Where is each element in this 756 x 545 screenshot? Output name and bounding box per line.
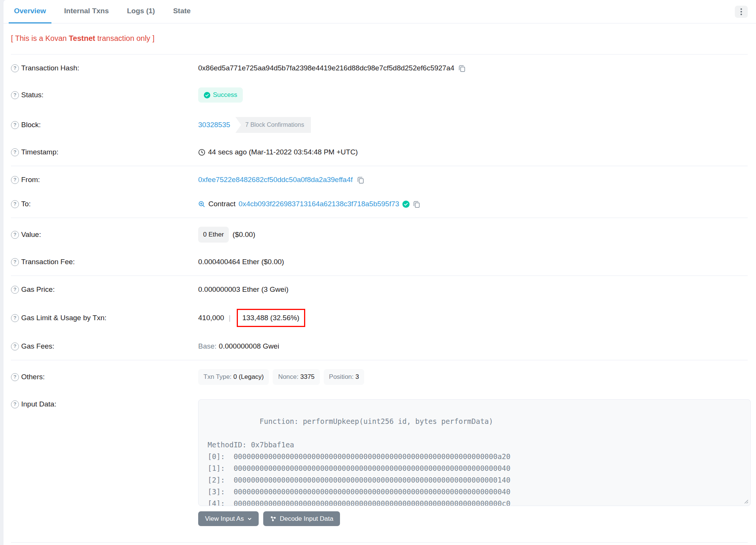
position-badge: Position: 3 <box>324 369 364 385</box>
block-label: Block: <box>21 120 41 130</box>
base-fee-label: Base: <box>198 341 217 351</box>
txn-type-value: 0 (Legacy) <box>233 373 264 380</box>
row-gas-limit-usage: ? Gas Limit & Usage by Txn: 410,000 | 13… <box>11 302 748 334</box>
block-confirmations-badge: 7 Block Confirmations <box>236 117 311 133</box>
chevron-down-icon <box>247 517 252 521</box>
view-input-as-button[interactable]: View Input As <box>198 511 259 526</box>
tab-bar: Overview Internal Txns Logs (1) State <box>3 0 756 23</box>
help-icon[interactable]: ? <box>11 400 19 408</box>
resize-handle-icon[interactable] <box>744 499 748 504</box>
ether-value-badge: 0 Ether <box>198 227 229 243</box>
to-label: To: <box>21 199 31 209</box>
help-icon[interactable]: ? <box>11 121 19 129</box>
gas-price-value: 0.000000003 Ether (3 Gwei) <box>198 285 289 294</box>
to-address-link[interactable]: 0x4cb093f226983713164a62138c3f718a5b595f… <box>239 199 399 209</box>
testnet-warning: [ This is a Kovan Testnet transaction on… <box>3 23 756 54</box>
tab-overview[interactable]: Overview <box>9 0 51 23</box>
others-label: Others: <box>21 372 45 382</box>
help-icon[interactable]: ? <box>11 231 19 239</box>
nonce-value: 3375 <box>300 373 315 380</box>
txn-type-key: Txn Type: <box>203 373 233 380</box>
copy-icon <box>413 200 421 208</box>
help-icon[interactable]: ? <box>11 148 19 156</box>
gas-usage-value: 133,488 (32.56%) <box>242 314 300 322</box>
help-icon[interactable]: ? <box>11 373 19 381</box>
help-icon[interactable]: ? <box>11 200 19 208</box>
zoom-in-icon[interactable] <box>198 201 205 208</box>
bottom-divider <box>11 542 748 545</box>
warning-text-bold: Testnet <box>69 34 95 42</box>
decode-input-data-button[interactable]: Decode Input Data <box>263 511 340 526</box>
row-gas-price: ? Gas Price: 0.000000003 Ether (3 Gwei) <box>11 277 748 302</box>
usd-value: ($0.00) <box>233 230 255 240</box>
transaction-hash-label: Transaction Hash: <box>21 63 79 73</box>
check-circle-icon <box>204 92 210 98</box>
input-data-content: Function: performUpkeep(uint256 id, byte… <box>208 417 511 506</box>
row-timestamp: ? Timestamp: 44 secs ago (Mar-11-2022 03… <box>11 140 748 164</box>
timestamp-value: 44 secs ago (Mar-11-2022 03:54:48 PM +UT… <box>208 147 358 157</box>
row-value: ? Value: 0 Ether ($0.00) <box>11 220 748 250</box>
help-icon[interactable]: ? <box>11 176 19 184</box>
input-data-textarea[interactable]: Function: performUpkeep(uint256 id, byte… <box>198 399 751 506</box>
more-options-button[interactable] <box>735 6 748 18</box>
row-to: ? To: Contract 0x4cb093f226983713164a621… <box>11 192 748 216</box>
help-icon[interactable]: ? <box>11 286 19 294</box>
transaction-fee-label: Transaction Fee: <box>21 257 75 267</box>
transaction-hash-value: 0x86ed5a771e725aa94d5b7fa2398e4419e216d8… <box>198 63 454 73</box>
gas-limit-label: Gas Limit & Usage by Txn: <box>21 313 107 323</box>
status-value: Success <box>213 90 237 100</box>
warning-text-prefix: [ This is a Kovan <box>11 34 69 42</box>
copy-icon <box>458 64 466 72</box>
vertical-ellipsis-icon <box>740 8 742 10</box>
help-icon[interactable]: ? <box>11 258 19 266</box>
section-others-input: ? Others: Txn Type: 0 (Legacy) Nonce: 33… <box>11 360 748 535</box>
row-status: ? Status: Success <box>11 80 748 110</box>
input-data-label: Input Data: <box>21 399 56 409</box>
copy-icon <box>357 176 365 184</box>
transaction-card: Overview Internal Txns Logs (1) State [ … <box>3 0 756 545</box>
copy-from-address-button[interactable] <box>357 176 365 184</box>
transaction-fee-value: 0.000400464 Ether ($0.00) <box>198 257 284 267</box>
base-fee-value: 0.000000008 Gwei <box>219 341 279 351</box>
help-icon[interactable]: ? <box>11 343 19 350</box>
value-label: Value: <box>21 230 41 240</box>
decode-input-data-label: Decode Input Data <box>280 515 334 523</box>
gas-fees-label: Gas Fees: <box>21 341 54 351</box>
copy-hash-button[interactable] <box>458 64 466 72</box>
row-input-data: ? Input Data: Function: performUpkeep(ui… <box>11 392 748 533</box>
help-icon[interactable]: ? <box>11 91 19 99</box>
tab-internal-txns[interactable]: Internal Txns <box>59 0 114 23</box>
view-input-as-label: View Input As <box>205 515 244 523</box>
from-address-link[interactable]: 0xfee7522e8482682cf50ddc50a0f8da2a39effa… <box>198 175 353 185</box>
tab-state[interactable]: State <box>168 0 196 23</box>
verified-check-icon <box>402 201 410 208</box>
row-transaction-hash: ? Transaction Hash: 0x86ed5a771e725aa94d… <box>11 56 748 80</box>
txn-type-badge: Txn Type: 0 (Legacy) <box>198 369 269 385</box>
gas-limit-separator: | <box>227 313 233 323</box>
gas-limit-value: 410,000 <box>198 313 224 323</box>
gas-price-label: Gas Price: <box>21 285 55 294</box>
timestamp-label: Timestamp: <box>21 147 59 157</box>
status-badge: Success <box>198 87 243 103</box>
copy-to-address-button[interactable] <box>413 200 421 208</box>
vertical-ellipsis-icon <box>740 11 742 12</box>
vertical-ellipsis-icon <box>740 14 742 15</box>
section-gas: ? Gas Price: 0.000000003 Ether (3 Gwei) … <box>11 276 748 360</box>
warning-text-suffix: transaction only ] <box>95 34 155 42</box>
clock-icon <box>198 149 205 156</box>
row-gas-fees: ? Gas Fees: Base: 0.000000008 Gwei <box>11 334 748 358</box>
gas-usage-annotation-box: 133,488 (32.56%) <box>237 309 305 327</box>
position-key: Position: <box>329 373 355 380</box>
decode-icon <box>270 515 276 522</box>
tab-logs[interactable]: Logs (1) <box>122 0 160 23</box>
row-block: ? Block: 30328535 7 Block Confirmations <box>11 110 748 140</box>
nonce-key: Nonce: <box>278 373 300 380</box>
row-others: ? Others: Txn Type: 0 (Legacy) Nonce: 33… <box>11 362 748 392</box>
position-value: 3 <box>355 373 359 380</box>
help-icon[interactable]: ? <box>11 314 19 322</box>
row-transaction-fee: ? Transaction Fee: 0.000400464 Ether ($0… <box>11 250 748 274</box>
section-addresses: ? From: 0xfee7522e8482682cf50ddc50a0f8da… <box>11 166 748 218</box>
section-overview-top: ? Transaction Hash: 0x86ed5a771e725aa94d… <box>11 54 748 166</box>
help-icon[interactable]: ? <box>11 64 19 72</box>
block-number-link[interactable]: 30328535 <box>198 120 230 130</box>
